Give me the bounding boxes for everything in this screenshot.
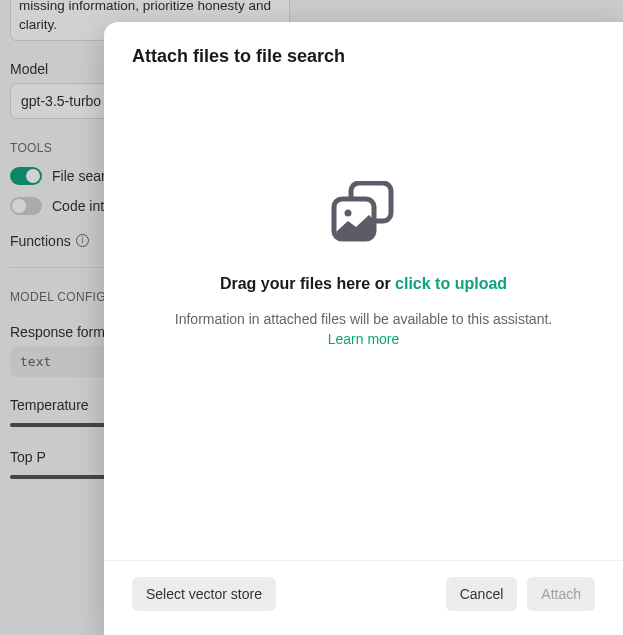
cancel-button[interactable]: Cancel	[446, 577, 518, 611]
modal-header: Attach files to file search	[104, 22, 623, 67]
drop-prompt: Drag your files here or click to upload	[220, 275, 507, 293]
click-to-upload-link[interactable]: click to upload	[395, 275, 507, 292]
attach-button[interactable]: Attach	[527, 577, 595, 611]
attach-files-modal: Attach files to file search Drag your fi…	[104, 22, 623, 635]
modal-title: Attach files to file search	[132, 46, 595, 67]
modal-info: Information in attached files will be av…	[175, 311, 552, 347]
modal-footer: Select vector store Cancel Attach	[104, 560, 623, 635]
learn-more-link[interactable]: Learn more	[175, 331, 552, 347]
images-icon	[331, 181, 397, 247]
select-vector-store-button[interactable]: Select vector store	[132, 577, 276, 611]
modal-info-text: Information in attached files will be av…	[175, 311, 552, 327]
svg-point-2	[344, 209, 351, 216]
modal-body: Drag your files here or click to upload …	[104, 67, 623, 560]
drop-prompt-prefix: Drag your files here or	[220, 275, 395, 292]
